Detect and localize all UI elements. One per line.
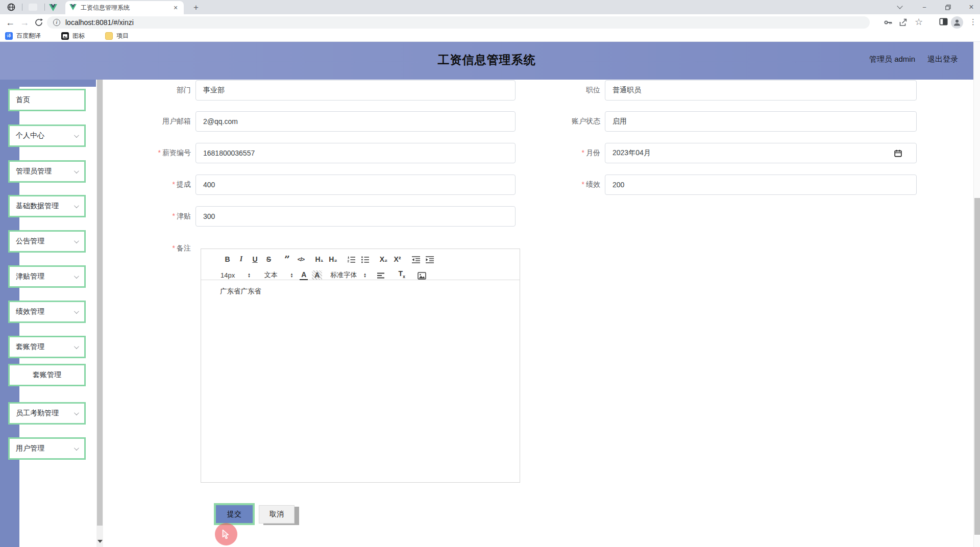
cancel-button[interactable]: 取消 [259, 505, 295, 524]
calendar-icon[interactable] [894, 150, 902, 159]
heading1-button[interactable]: H₁ [312, 254, 326, 265]
browser-active-tab[interactable]: 工资信息管理系统 × [65, 1, 184, 14]
month-input[interactable]: 2023年04月 [605, 143, 917, 163]
email-input[interactable]: 2@qq.com [195, 111, 516, 132]
globe-icon[interactable] [7, 3, 15, 13]
sidebar-item-user-management[interactable]: 用户管理 [8, 437, 86, 460]
logout-link[interactable]: 退出登录 [927, 55, 958, 64]
back-button[interactable]: ← [4, 16, 16, 29]
required-asterisk: * [173, 180, 175, 188]
field-department: 部门 事业部 [117, 80, 516, 101]
salary-no-input[interactable]: 1681800036557 [195, 143, 516, 163]
password-key-icon[interactable] [884, 18, 893, 29]
ordered-list-icon[interactable] [345, 254, 358, 265]
cursor-icon [222, 529, 231, 540]
italic-button[interactable]: I [234, 254, 248, 265]
required-asterisk: * [582, 148, 584, 157]
strikethrough-button[interactable]: S [262, 254, 276, 265]
select-arrows-icon: ▴▾ [291, 272, 293, 278]
side-panel-icon[interactable] [939, 18, 948, 28]
site-info-icon[interactable]: i [53, 19, 60, 26]
bold-button[interactable]: B [220, 254, 234, 265]
sidebar-item-basic-data[interactable]: 基础数据管理 [8, 195, 86, 217]
sidebar-item-home[interactable]: 首页 [8, 89, 86, 111]
address-bar[interactable]: i localhost:8081/#/xinzi [47, 16, 870, 29]
superscript-button[interactable]: X² [390, 254, 404, 265]
app-header: 工资信息管理系统 管理员 admin 退出登录 [0, 42, 973, 80]
page-scrollbar[interactable] [973, 42, 980, 547]
subscript-button[interactable]: X₂ [377, 254, 390, 265]
bookmark-project[interactable]: 项目 [105, 32, 129, 40]
sidebar-top-band [0, 80, 96, 87]
sidebar-scrollbar-thumb[interactable] [97, 80, 103, 526]
reload-button[interactable] [33, 16, 45, 29]
new-tab-button[interactable]: + [190, 2, 202, 14]
field-commission: *提成 400 [117, 175, 516, 195]
url-text: localhost:8081/#/xinzi [65, 18, 134, 27]
share-icon[interactable] [898, 18, 908, 29]
format-select[interactable]: 文本 ▴▾ [264, 270, 293, 280]
submit-button[interactable]: 提交 [214, 503, 255, 525]
insert-image-icon[interactable] [415, 269, 429, 281]
underline-button[interactable]: U [248, 254, 262, 265]
scroll-down-arrow-icon[interactable] [97, 540, 103, 543]
outdent-icon[interactable] [409, 254, 423, 265]
code-block-button[interactable]: </> [294, 254, 308, 265]
page-title: 工资信息管理系统 [0, 52, 973, 68]
chevron-down-icon [74, 410, 79, 415]
browser-menu-icon[interactable]: ⋮ [969, 17, 977, 27]
commission-input[interactable]: 400 [195, 175, 516, 195]
tab-search-chevron-icon[interactable] [892, 0, 908, 14]
sidebar-item-personal-center[interactable]: 个人中心 [8, 125, 86, 147]
align-icon[interactable] [374, 269, 388, 281]
forward-button[interactable]: → [18, 16, 31, 29]
chevron-down-icon [74, 309, 79, 314]
text-color-button[interactable]: A [300, 270, 308, 280]
performance-input[interactable]: 200 [605, 175, 917, 195]
allowance-input[interactable]: 300 [195, 206, 516, 227]
field-label: *津贴 [117, 212, 195, 221]
select-arrows-icon: ▴▾ [248, 272, 250, 278]
note-icon [105, 32, 113, 40]
position-input[interactable]: 普通职员 [605, 80, 917, 101]
heading2-button[interactable]: H₂ [326, 254, 340, 265]
sidebar-scrollbar[interactable] [96, 80, 103, 547]
page-scrollbar-thumb[interactable] [974, 198, 980, 535]
bookmark-icons[interactable]: 图标 [61, 32, 85, 40]
sidebar-item-ledger[interactable]: 套账管理 [8, 336, 86, 358]
window-minimize-button[interactable]: − [917, 0, 932, 14]
clear-format-button[interactable]: Tx [395, 268, 409, 282]
field-label: *提成 [117, 180, 195, 189]
font-family-select[interactable]: 标准字体 ▴▾ [330, 270, 366, 280]
chevron-down-icon [74, 274, 79, 279]
department-input[interactable]: 事业部 [195, 80, 516, 101]
chevron-down-icon [74, 133, 79, 138]
tab-title: 工资信息管理系统 [81, 4, 172, 12]
field-label: *薪资编号 [117, 148, 195, 158]
blockquote-button[interactable]: ” [280, 254, 294, 265]
font-size-select[interactable]: 14px ▴▾ [220, 271, 250, 279]
sidebar-item-admin-management[interactable]: 管理员管理 [8, 160, 86, 183]
profile-avatar[interactable] [951, 16, 963, 29]
bookmark-star-icon[interactable]: ☆ [915, 16, 923, 28]
bullet-list-icon[interactable] [358, 254, 372, 265]
bookmark-baidu-translate[interactable]: 译 百度翻译 [5, 32, 41, 40]
required-asterisk: * [173, 212, 175, 220]
vue-logo-icon[interactable] [49, 4, 57, 13]
window-close-button[interactable]: × [964, 0, 979, 14]
window-restore-button[interactable] [940, 0, 955, 14]
sidebar-item-announcement[interactable]: 公告管理 [8, 230, 86, 253]
sidebar-item-performance[interactable]: 绩效管理 [8, 301, 86, 323]
current-user-label: 管理员 admin [869, 55, 915, 64]
status-input[interactable]: 启用 [605, 111, 917, 132]
editor-content[interactable]: 广东省广东省 [201, 280, 520, 296]
blank-favicon[interactable] [29, 4, 37, 11]
sidebar-item-attendance[interactable]: 员工考勤管理 [8, 402, 86, 425]
translate-icon: 译 [5, 32, 13, 40]
sidebar-item-allowance[interactable]: 津贴管理 [8, 265, 86, 288]
tab-close-icon[interactable]: × [172, 4, 180, 12]
field-allowance: *津贴 300 [117, 206, 516, 227]
background-color-button[interactable]: A [312, 270, 322, 280]
sidebar-subitem-ledger[interactable]: 套账管理 [8, 364, 86, 386]
indent-icon[interactable] [423, 254, 436, 265]
